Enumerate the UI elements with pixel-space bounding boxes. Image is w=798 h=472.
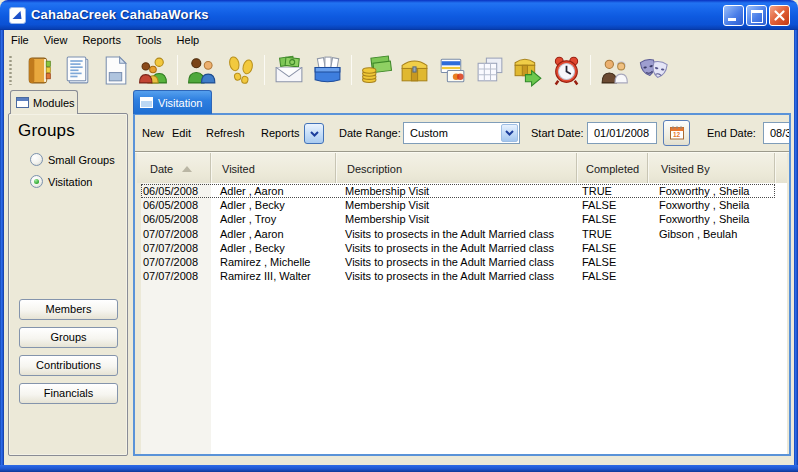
table-row[interactable]: 07/07/2008Adler , AaronVisits to prosect… [141,227,775,241]
cell-date: 06/05/2008 [141,199,211,211]
end-date-label: End Date: [707,127,756,139]
cell-description: Visits to prosects in the Adult Married … [336,242,577,254]
chevron-down-icon [505,130,514,136]
members-module-button[interactable]: Members [19,299,118,320]
date-range-select[interactable]: Custom [403,122,520,144]
report-document-icon[interactable] [61,54,94,87]
cell-description: Visits to prosects in the Adult Married … [336,256,577,268]
close-button[interactable] [769,5,790,26]
refresh-button[interactable]: Refresh [206,127,245,139]
payment-card-icon[interactable] [436,54,469,87]
column-header-label: Description [347,163,402,175]
cell-completed: TRUE [577,228,648,240]
end-date-input[interactable]: 08/31/2008 [763,122,791,144]
combo-arrow-button[interactable] [501,124,518,142]
chevron-down-icon [310,131,319,137]
column-header-visited-by[interactable]: Visited By [648,153,775,183]
member-pair-icon[interactable] [186,54,219,87]
tab-modules[interactable]: Modules [10,90,78,114]
edit-button[interactable]: Edit [172,127,191,139]
list-header: DateVisitedDescriptionCompletedVisited B… [137,153,787,183]
calendar-picker-button[interactable]: 12 [663,120,690,146]
table-row[interactable]: 07/07/2008Ramirez , MichelleVisits to pr… [141,255,775,269]
toolbar-separator [590,55,591,85]
radio-small-groups[interactable]: Small Groups [30,153,115,166]
table-row[interactable]: 06/05/2008Adler , AaronMembership VisitT… [141,184,775,198]
menu-reports[interactable]: Reports [75,32,129,48]
family-members-icon[interactable] [137,54,170,87]
sort-ascending-icon [182,166,192,172]
financials-module-button[interactable]: Financials [19,383,118,404]
groups-heading: Groups [18,121,75,141]
cell-description: Visits to prosects in the Adult Married … [336,270,577,282]
modules-tab-label: Modules [33,97,75,109]
contributions-module-button[interactable]: Contributions [19,355,118,376]
window-frame-right [794,28,798,472]
start-date-input[interactable]: 01/01/2008 [587,122,657,144]
toolbar-separator [264,55,265,85]
menu-tools[interactable]: Tools [129,32,170,48]
column-header-label: Date [150,163,173,175]
cell-visited: Adler , Becky [211,199,336,211]
cell-visited: Adler , Aaron [211,185,336,197]
start-date-label: Start Date: [531,127,584,139]
calendar-icon: 12 [668,124,686,142]
cell-description: Membership Visit [336,199,577,211]
menu-view[interactable]: View [37,32,76,48]
column-header-date[interactable]: Date [141,153,211,183]
wedding-couple-icon[interactable] [599,54,632,87]
visitation-tab-label: Visitation [158,97,202,109]
deposit-export-icon[interactable] [512,54,545,87]
minimize-button[interactable] [723,5,744,26]
cell-completed: FALSE [577,242,648,254]
radio-visitation[interactable]: Visitation [30,175,92,188]
modules-panel: Groups Small GroupsVisitation MembersGro… [8,113,128,456]
data-grid-icon[interactable] [474,54,507,87]
reports-dropdown-button[interactable] [304,123,324,144]
menu-help[interactable]: Help [170,32,208,48]
table-row[interactable]: 06/05/2008Adler , TroyMembership VisitFA… [141,212,775,226]
date-range-value: Custom [410,127,448,139]
card-file-icon[interactable] [311,54,344,87]
column-header-label: Visited By [661,163,710,175]
title-bar: CahabaCreek CahabaWorks [0,0,798,30]
table-row[interactable]: 07/07/2008Adler , BeckyVisits to prosect… [141,241,775,255]
menu-file[interactable]: File [4,32,37,48]
contribution-mail-icon[interactable] [273,54,306,87]
visitation-list: DateVisitedDescriptionCompletedVisited B… [137,153,787,454]
svg-text:12: 12 [673,131,681,138]
visitation-tab-icon [140,97,153,108]
cell-completed: FALSE [577,199,648,211]
cell-visited-by: Foxworthy , Sheila [648,213,775,225]
reports-button[interactable]: Reports [261,127,300,139]
tab-visitation[interactable]: Visitation [133,90,212,114]
money-icon[interactable] [360,54,393,87]
address-book-icon[interactable] [23,54,56,87]
footprints-icon[interactable] [224,54,257,87]
modules-tab-icon [16,97,29,108]
cell-visited: Adler , Becky [211,242,336,254]
window-title: CahabaCreek CahabaWorks [31,0,209,29]
radio-unselected-icon [30,153,43,166]
table-row[interactable]: 06/05/2008Adler , BeckyMembership VisitF… [141,198,775,212]
cell-completed: TRUE [577,185,648,197]
cell-date: 06/05/2008 [141,213,211,225]
toolbar [4,50,794,90]
maximize-button[interactable] [746,5,767,26]
treasure-chest-icon[interactable] [398,54,431,87]
cell-completed: FALSE [577,256,648,268]
theater-masks-icon[interactable] [637,54,670,87]
table-row[interactable]: 07/07/2008Ramirez III, WalterVisits to p… [141,269,775,283]
cell-date: 06/05/2008 [141,185,211,197]
radio-label: Visitation [48,176,92,188]
new-document-icon[interactable] [99,54,132,87]
column-header-description[interactable]: Description [336,153,577,183]
column-header-visited[interactable]: Visited [211,153,336,183]
cell-date: 07/07/2008 [141,270,211,282]
reminder-clock-icon[interactable] [550,54,583,87]
column-header-completed[interactable]: Completed [577,153,648,183]
groups-module-button[interactable]: Groups [19,327,118,348]
new-button[interactable]: New [142,127,164,139]
cell-completed: FALSE [577,213,648,225]
toolbar-grip[interactable] [9,55,12,85]
